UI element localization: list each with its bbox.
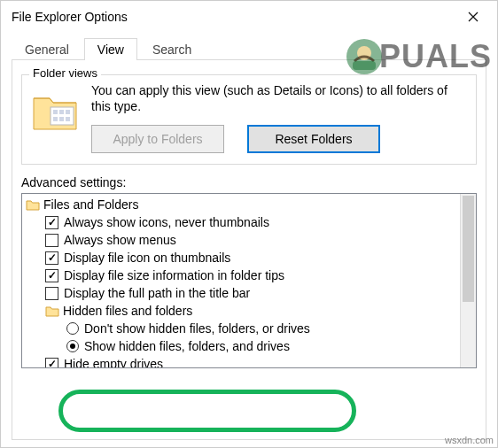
folder-icon	[31, 86, 81, 135]
folder-views-group: Folder views You	[21, 74, 477, 165]
option-show-hidden[interactable]: Show hidden files, folders, and drives	[24, 337, 458, 355]
tab-view[interactable]: View	[84, 38, 137, 60]
tab-general[interactable]: General	[12, 38, 82, 60]
svg-rect-8	[66, 110, 70, 114]
option-hide-empty-drives[interactable]: Hide empty drives	[24, 355, 458, 367]
close-button[interactable]	[453, 4, 494, 30]
tree-node-files-and-folders[interactable]: Files and Folders	[24, 196, 458, 213]
window: File Explorer Options PUALS General View…	[0, 0, 498, 448]
checkbox-icon[interactable]	[45, 269, 58, 282]
scrollbar-thumb[interactable]	[463, 196, 474, 302]
window-title: File Explorer Options	[12, 10, 453, 24]
highlight-annotation	[58, 390, 356, 432]
tree-node-label: Hidden files and folders	[63, 304, 192, 318]
tree-node-hidden-files[interactable]: Hidden files and folders	[24, 302, 458, 320]
titlebar: File Explorer Options	[1, 1, 497, 33]
scrollbar[interactable]	[460, 194, 476, 367]
folder-icon	[26, 197, 40, 212]
option-label: Always show icons, never thumbnails	[64, 215, 269, 229]
option-file-size-folder-tips[interactable]: Display file size information in folder …	[24, 266, 458, 284]
radio-icon[interactable]	[66, 322, 79, 335]
option-label: Display file icon on thumbnails	[64, 251, 230, 265]
option-label: Display file size information in folder …	[64, 268, 284, 282]
option-dont-show-hidden[interactable]: Don't show hidden files, folders, or dri…	[24, 320, 458, 337]
radio-icon[interactable]	[66, 340, 79, 352]
option-label: Always show menus	[64, 233, 176, 247]
svg-rect-11	[66, 117, 70, 121]
svg-rect-6	[53, 110, 58, 114]
folder-views-text: You can apply this view (such as Details…	[91, 82, 467, 114]
tree-node-label: Files and Folders	[43, 197, 138, 212]
close-icon	[468, 12, 479, 22]
option-always-show-menus[interactable]: Always show menus	[24, 231, 458, 249]
svg-rect-7	[59, 110, 64, 114]
folder-views-legend: Folder views	[29, 66, 101, 80]
checkbox-icon[interactable]	[45, 216, 58, 229]
tabpanel-view: Folder views You	[12, 59, 486, 440]
option-always-show-icons[interactable]: Always show icons, never thumbnails	[24, 213, 458, 231]
folder-icon	[45, 304, 59, 318]
checkbox-icon[interactable]	[45, 251, 58, 265]
option-label: Show hidden files, folders, and drives	[84, 339, 290, 353]
advanced-settings-label: Advanced settings:	[21, 175, 477, 189]
checkbox-icon[interactable]	[45, 234, 58, 247]
option-full-path-title-bar[interactable]: Display the full path in the title bar	[24, 284, 458, 302]
svg-rect-9	[53, 117, 58, 121]
option-file-icon-on-thumbnails[interactable]: Display file icon on thumbnails	[24, 249, 458, 266]
reset-folders-button[interactable]: Reset Folders	[247, 125, 380, 153]
option-label: Display the full path in the title bar	[64, 286, 250, 300]
tab-search[interactable]: Search	[139, 38, 205, 60]
option-label: Don't show hidden files, folders, or dri…	[84, 321, 310, 336]
checkbox-icon[interactable]	[45, 358, 58, 368]
tabstrip: General View Search	[1, 33, 497, 59]
svg-rect-10	[59, 117, 64, 121]
checkbox-icon[interactable]	[45, 287, 58, 300]
option-label: Hide empty drives	[64, 357, 163, 367]
advanced-settings-list[interactable]: Files and Folders Always show icons, nev…	[21, 193, 477, 368]
apply-to-folders-button: Apply to Folders	[91, 125, 224, 153]
